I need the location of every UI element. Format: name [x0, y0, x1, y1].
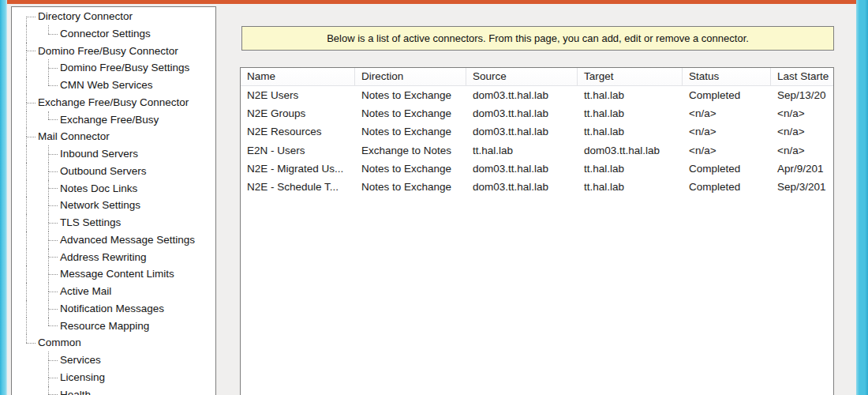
cell-last-starte: Apr/9/201 [771, 160, 834, 178]
tree-connector-line [48, 369, 49, 378]
tree-connector-line [48, 309, 49, 318]
tree-item-services[interactable]: Services [12, 352, 215, 369]
window-frame-left [0, 0, 7, 395]
tree-item-label: Exchange Free/Busy [60, 111, 159, 129]
column-header-source[interactable]: Source [466, 68, 578, 85]
tree-item-label: Common [38, 334, 81, 352]
cell-target: dom03.tt.hal.lab [578, 141, 683, 160]
cell-direction: Notes to Exchange [355, 104, 466, 122]
tree-item-label: Advanced Message Settings [60, 231, 195, 249]
info-banner-text: Below is a list of active connectors. Fr… [327, 32, 749, 44]
connector-list: NameDirectionSourceTargetStatusLast Star… [240, 67, 834, 395]
tree-connector-line [26, 214, 27, 231]
tree-item-label: Domino Free/Busy Connector [38, 43, 178, 60]
tree-connector-line [26, 103, 36, 103]
column-header-name[interactable]: Name [241, 68, 355, 85]
tree-item-label: Outbound Servers [60, 163, 147, 180]
tree-item-inbound-servers[interactable]: Inbound Servers [12, 145, 215, 163]
tree-connector-line [48, 360, 49, 369]
tree-connector-line [48, 274, 58, 275]
cell-target: tt.hal.lab [578, 178, 683, 196]
connector-list-header: NameDirectionSourceTargetStatusLast Star… [241, 68, 833, 86]
tree-item-connector-settings[interactable]: Connector Settings [12, 25, 215, 43]
app-window: Directory ConnectorConnector SettingsDom… [0, 0, 868, 395]
tree-item-directory-connector[interactable]: Directory Connector [12, 8, 215, 25]
tree-item-domino-free-busy-connector[interactable]: Domino Free/Busy Connector [12, 43, 215, 60]
tree-connector-line [48, 119, 58, 120]
tree-connector-line [48, 265, 49, 274]
tree-item-label: Message Content Limits [60, 265, 174, 283]
tree-connector-line [48, 300, 49, 309]
connector-list-body: N2E UsersNotes to Exchangedom03.tt.hal.l… [241, 86, 833, 196]
tree-connector-line [26, 51, 36, 51]
tree-item-exchange-free-busy-connector[interactable]: Exchange Free/Busy Connector [12, 94, 215, 111]
cell-target: tt.hal.lab [578, 160, 683, 178]
column-header-target[interactable]: Target [578, 68, 683, 85]
tree-item-mail-connector[interactable]: Mail Connector [12, 128, 215, 145]
tree-item-resource-mapping[interactable]: Resource Mapping [12, 318, 215, 335]
tree-connector-line [48, 188, 58, 189]
tree-item-exchange-free-busy[interactable]: Exchange Free/Busy [12, 111, 215, 129]
tree-item-cmn-web-services[interactable]: CMN Web Services [12, 77, 215, 94]
tree-item-label: Connector Settings [60, 25, 151, 43]
tree-item-advanced-message-settings[interactable]: Advanced Message Settings [12, 231, 215, 249]
tree-connector-line [48, 223, 58, 224]
tree-connector-line [26, 265, 27, 283]
column-header-last-starte[interactable]: Last Starte [771, 68, 834, 85]
tree-item-health[interactable]: Health [12, 386, 215, 395]
tree-connector-line [48, 318, 49, 326]
tree-connector-line [48, 197, 49, 205]
tree-connector-line [26, 318, 27, 335]
tree-connector-line [48, 85, 58, 86]
connector-row-n2e-schedule-t[interactable]: N2E - Schedule T...Notes to Exchangedom0… [241, 178, 833, 196]
cell-status: <n/a> [683, 122, 771, 141]
tree-item-message-content-limits[interactable]: Message Content Limits [12, 265, 215, 283]
cell-last-starte: Sep/3/201 [771, 178, 834, 196]
cell-source: dom03.tt.hal.lab [466, 104, 578, 122]
tree-item-label: Inbound Servers [60, 145, 138, 163]
column-header-direction[interactable]: Direction [355, 68, 466, 85]
tree-connector-line [48, 231, 49, 240]
tree-connector-line [26, 231, 27, 249]
info-banner: Below is a list of active connectors. Fr… [241, 26, 834, 51]
tree-item-outbound-servers[interactable]: Outbound Servers [12, 163, 215, 180]
tree-connector-line [48, 325, 58, 326]
tree-item-active-mail[interactable]: Active Mail [12, 283, 215, 300]
connector-row-n2e-groups[interactable]: N2E GroupsNotes to Exchangedom03.tt.hal.… [241, 104, 833, 122]
tree-connector-line [48, 163, 49, 171]
tree-connector-line [26, 17, 36, 17]
cell-status: Completed [683, 86, 771, 104]
tree-item-tls-settings[interactable]: TLS Settings [12, 214, 215, 231]
cell-direction: Notes to Exchange [355, 178, 466, 196]
tree-connector-line [48, 257, 49, 265]
cell-name: E2N - Users [241, 141, 355, 160]
cell-target: tt.hal.lab [578, 122, 683, 141]
tree-connector-line [48, 59, 49, 68]
tree-connector-line [26, 111, 27, 129]
cell-last-starte: <n/a> [771, 141, 834, 160]
tree-connector-line [48, 145, 49, 154]
cell-last-starte: Sep/13/20 [771, 86, 834, 104]
tree-connector-line [48, 68, 49, 77]
tree-connector-line [48, 171, 49, 180]
connector-row-e2n-users[interactable]: E2N - UsersExchange to Notestt.hal.labdo… [241, 141, 833, 160]
tree-item-common[interactable]: Common [12, 334, 215, 352]
tree-item-notes-doc-links[interactable]: Notes Doc Links [12, 180, 215, 198]
tree-item-address-rewriting[interactable]: Address Rewriting [12, 249, 215, 266]
connector-row-n2e-users[interactable]: N2E UsersNotes to Exchangedom03.tt.hal.l… [241, 86, 833, 104]
tree-item-notification-messages[interactable]: Notification Messages [12, 300, 215, 318]
cell-last-starte: <n/a> [771, 122, 834, 141]
tree-item-domino-free-busy-settings[interactable]: Domino Free/Busy Settings [12, 59, 215, 77]
tree-connector-line [48, 111, 49, 120]
column-header-status[interactable]: Status [683, 68, 771, 85]
cell-target: tt.hal.lab [578, 104, 683, 122]
connector-row-n2e-migrated-us[interactable]: N2E - Migrated Us...Notes to Exchangedom… [241, 160, 833, 178]
connector-row-n2e-resources[interactable]: N2E ResourcesNotes to Exchangedom03.tt.h… [241, 122, 833, 141]
tree-connector-line [26, 163, 27, 180]
tree-item-network-settings[interactable]: Network Settings [12, 197, 215, 214]
tree-item-label: Notification Messages [60, 300, 164, 318]
tree-connector-line [26, 103, 27, 111]
tree-item-licensing[interactable]: Licensing [12, 369, 215, 386]
tree-connector-line [26, 43, 27, 51]
tree-connector-line [26, 249, 27, 266]
